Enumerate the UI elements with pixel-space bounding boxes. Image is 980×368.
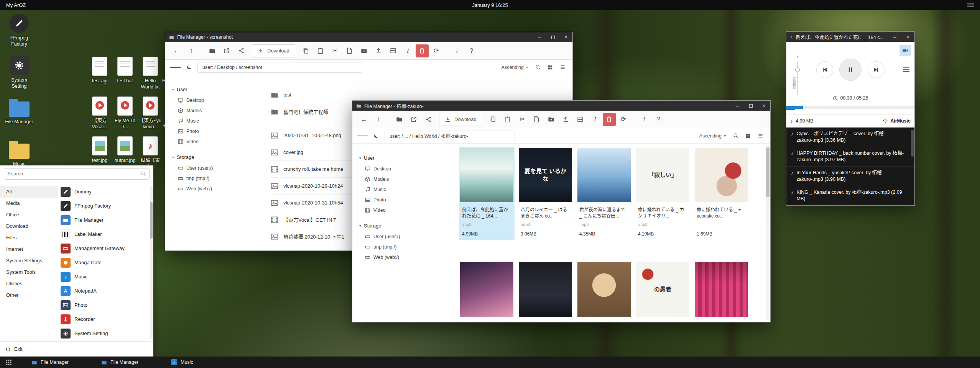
menu-app-system-setting[interactable]: System Setting	[58, 326, 149, 340]
trash-button[interactable]	[603, 113, 616, 126]
copy-button[interactable]	[486, 113, 500, 126]
category-media[interactable]: Media	[0, 198, 58, 209]
rename-button[interactable]: I	[401, 44, 415, 57]
copy-button[interactable]	[299, 44, 313, 57]
trash-button[interactable]	[416, 44, 429, 57]
volume-slider[interactable]: + Volume	[792, 54, 803, 95]
list-view-button[interactable]	[755, 131, 766, 141]
sidebar-item-video[interactable]: Video	[359, 205, 414, 215]
next-track-button[interactable]	[868, 61, 885, 78]
minimize-button[interactable]: –	[888, 32, 901, 42]
sort-dropdown[interactable]: Ascending▾	[696, 133, 729, 139]
titlebar[interactable]: ♪ 例えば、今此処に置かれた花に _ 164 c... – ×	[786, 32, 914, 42]
sidebar-item-photo[interactable]: Photo	[359, 195, 414, 205]
upload-button[interactable]	[372, 44, 386, 57]
sidebar-item-tmp-drive[interactable]: tmp (tmp:/)	[172, 173, 227, 183]
dark-mode-button[interactable]	[184, 62, 194, 73]
menu-app-notepada[interactable]: ANotepadA	[58, 284, 149, 298]
download-button[interactable]: Download	[439, 113, 482, 126]
start-menu-scrollbar[interactable]	[150, 186, 153, 339]
file-tile[interactable]: 君が夜の海に還るまで _ こんにちは谷田... .mp3 4.35MB	[576, 147, 632, 240]
search-input[interactable]	[7, 171, 141, 177]
file-tile[interactable]: 夢と葉桜 _ 青木月...	[576, 261, 632, 322]
sidebar-section-storage[interactable]: ▾Storage	[359, 220, 414, 231]
sidebar-item-music[interactable]: Music	[359, 184, 414, 195]
scrollbar[interactable]	[766, 145, 770, 321]
file-tile[interactable]: 「寂しい」 命に嫌われている _ カンザキイオリ... .mp3 4.19MB	[635, 147, 691, 240]
file-tile[interactable]: 命 - HamP cover...	[518, 261, 573, 322]
sidebar-item-video[interactable]: Video	[172, 136, 227, 147]
menu-app-music[interactable]: ♪Music	[58, 270, 149, 284]
desktop-icon-ffmpeg-factory[interactable]: FFmpeg Factory	[4, 14, 35, 47]
category-other[interactable]: Other	[0, 289, 58, 301]
desktop-file-icon[interactable]: Hello World.txt	[137, 57, 164, 90]
open-in-new-button[interactable]	[407, 113, 421, 126]
sidebar-toggle-button[interactable]	[357, 131, 368, 141]
file-tile[interactable]: 世界寿真 Ava so...	[694, 261, 749, 322]
maximize-button[interactable]	[744, 101, 757, 111]
playlist-item[interactable]: ♪KING _ Kanaria cover. by 柘榴-zakuro-.mp3…	[786, 186, 914, 205]
category-system-tools[interactable]: System Tools	[0, 267, 58, 278]
category-files[interactable]: Files	[0, 232, 58, 244]
sidebar-item-user-drive[interactable]: User (user:/)	[172, 163, 227, 173]
seek-bar[interactable]	[786, 106, 914, 109]
help-button[interactable]: ?	[465, 44, 478, 57]
cut-button[interactable]: ✂	[515, 113, 529, 126]
minimize-button[interactable]: –	[731, 101, 744, 111]
desktop-icon-music[interactable]: Music	[4, 140, 35, 167]
upload-button[interactable]	[559, 113, 573, 126]
breadcrumb[interactable]: user: / ... / Hello World / 柘榴-zakuro-	[385, 131, 515, 141]
menu-app-recorder[interactable]: Recorder	[58, 312, 149, 326]
taskbar-item-music[interactable]: ♪Music	[166, 357, 236, 368]
properties-button[interactable]	[574, 113, 587, 126]
new-file-button[interactable]	[343, 44, 357, 57]
sidebar-item-music[interactable]: Music	[172, 116, 227, 126]
grid-view-button[interactable]	[743, 131, 753, 141]
paste-button[interactable]	[501, 113, 515, 126]
desktop-icon-system-setting[interactable]: System Setting	[4, 56, 35, 89]
playlist-item[interactable]: ♪Cynic _ ポリスピカデリー cover. by 柘榴-zakuro-.m…	[786, 128, 914, 147]
back-button[interactable]: ←	[170, 44, 184, 57]
sort-dropdown[interactable]: Ascending▾	[498, 65, 531, 70]
playlist-scrollbar[interactable]	[911, 130, 914, 157]
file-tile[interactable]: 命に嫌われている _ + acoustic co... 1.69MB	[694, 147, 749, 240]
share-button[interactable]	[421, 113, 435, 126]
search-button[interactable]	[533, 62, 543, 73]
desktop-file-icon[interactable]: test.jpg	[86, 136, 113, 164]
desktop-file-icon[interactable]: 【東方Vocal...	[86, 96, 113, 130]
desktop-file-icon[interactable]: ♪ 試験【東方...	[137, 136, 164, 170]
refresh-button[interactable]: ⟳	[617, 113, 630, 126]
sidebar-item-models[interactable]: Models	[359, 174, 414, 184]
cut-button[interactable]: ✂	[328, 44, 342, 57]
previous-track-button[interactable]	[816, 61, 833, 78]
playlist-item[interactable]: ♪In Your Hands _ yusukeP cover. by 柘榴-za…	[786, 167, 914, 186]
taskbar-item-file-manager-2[interactable]: File Manager	[97, 357, 166, 368]
category-office[interactable]: Office	[0, 209, 58, 221]
maximize-button[interactable]	[546, 32, 559, 42]
sidebar-toggle-button[interactable]	[170, 62, 181, 73]
titlebar[interactable]: File Manager - screenshot – ×	[165, 32, 572, 42]
desktop-file-icon[interactable]: 【東方~yu kimin...	[137, 96, 164, 130]
aroz-brand[interactable]: My ArOZ	[6, 2, 26, 8]
paste-button[interactable]	[314, 44, 327, 57]
playlist-item[interactable]: ♪HAPPY BIRTHDAY _ back number cover. by …	[786, 147, 914, 167]
file-tile[interactable]: 夏を見て いるかな 八月のレイニー _ はるまきごはん co... .mp3 3…	[518, 147, 573, 240]
back-button[interactable]: ←	[357, 113, 371, 126]
dark-mode-button[interactable]	[371, 131, 381, 141]
volume-handle[interactable]	[795, 67, 800, 72]
share-button[interactable]	[234, 44, 248, 57]
sidebar-item-desktop[interactable]: Desktop	[172, 95, 227, 105]
grid-view-button[interactable]	[545, 62, 556, 73]
category-utilities[interactable]: Utilities	[0, 278, 58, 289]
desktop-icon-file-manager[interactable]: File Manager	[4, 98, 35, 125]
close-button[interactable]: ×	[559, 32, 572, 42]
titlebar[interactable]: File Manager - 柘榴-zakuro- – ×	[352, 101, 770, 111]
sidebar-item-web-drive[interactable]: Web (web:/)	[359, 252, 414, 262]
minimize-button[interactable]: –	[533, 32, 546, 42]
menu-app-dummy[interactable]: Dummy	[58, 185, 149, 199]
new-file-button[interactable]	[530, 113, 544, 126]
category-all[interactable]: All	[0, 186, 58, 198]
properties-button[interactable]	[386, 44, 400, 57]
sidebar-item-photo[interactable]: Photo	[172, 126, 227, 136]
menu-app-file-manager[interactable]: File Manager	[58, 213, 149, 227]
